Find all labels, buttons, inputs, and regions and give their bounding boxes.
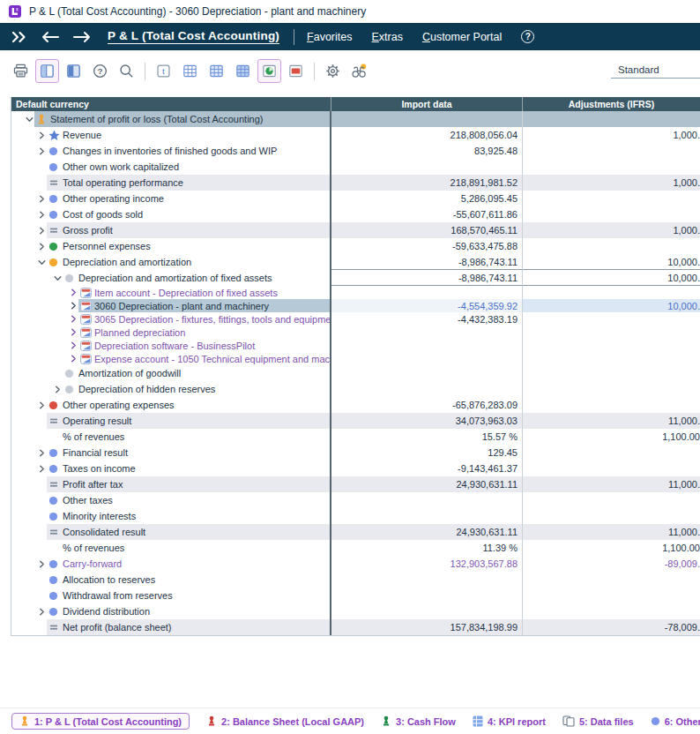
adjustments-ifrs-cell[interactable]: 11,000. [523,413,700,429]
adjustments-ifrs-cell[interactable]: 11,000. [523,524,700,540]
import-data-cell[interactable]: -9,143,461.37 [331,461,523,476]
import-data-cell[interactable]: -59,633,475.88 [331,238,523,254]
import-data-cell[interactable] [331,492,523,508]
import-data-cell[interactable]: -4,432,383.19 [331,312,523,326]
table-row[interactable]: Cost of goods sold-55,607,611.86 [11,206,700,222]
adjustments-ifrs-cell[interactable] [523,352,700,365]
toolbar-layout-tree-filled-button[interactable] [62,59,86,83]
table-row[interactable]: 3060 Depreciation - plant and machinery-… [11,299,700,312]
table-row[interactable]: % of revenues15.57 %1,100.00 [11,429,700,445]
footer-tab-1[interactable]: 1: P & L (Total Cost Accounting) [11,713,190,730]
import-data-cell[interactable]: 5,286,095.45 [331,191,523,206]
adjustments-ifrs-cell[interactable]: 10,000. [523,299,700,312]
import-data-cell[interactable] [331,339,523,352]
toolbar-layout-tree-button[interactable] [35,59,59,83]
adjustments-ifrs-cell[interactable] [523,603,700,619]
adjustments-ifrs-cell[interactable] [523,326,700,339]
import-data-cell[interactable] [331,352,523,365]
footer-tab-4[interactable]: 4: KPI report [473,715,546,727]
import-data-cell[interactable]: 132,903,567.88 [331,556,523,572]
import-data-cell[interactable]: -65,876,283.09 [331,397,523,413]
forward-icon[interactable] [72,31,92,43]
view-title[interactable]: P & L (Total Cost Accounting) [108,29,279,44]
adjustments-ifrs-cell[interactable] [523,159,700,175]
chevron-right-icon[interactable] [69,301,80,311]
table-row[interactable]: Profit after tax24,930,631.1111,000. [11,476,700,492]
view-selector[interactable]: Standard [611,64,700,79]
import-data-cell[interactable] [331,381,523,397]
import-data-cell[interactable]: 15.57 % [331,429,523,445]
chevron-right-icon[interactable] [69,288,80,297]
adjustments-ifrs-cell[interactable]: 10,000. [523,270,700,286]
table-row[interactable]: Total operating performance218,891,981.5… [11,175,700,191]
adjustments-ifrs-cell[interactable] [523,111,700,127]
table-row[interactable]: Statement of profit or loss (Total Cost … [11,111,700,127]
table-row[interactable]: Consolidated result24,930,631.1111,000. [11,524,700,540]
table-row[interactable]: Depreciation and amortization-8,986,743.… [11,254,700,270]
import-data-cell[interactable]: 24,930,631.11 [331,476,523,492]
chevron-right-icon[interactable] [37,401,48,410]
chevron-right-icon[interactable] [37,131,48,140]
chevron-right-icon[interactable] [37,607,48,617]
table-row[interactable]: Dividend distribution [11,603,700,619]
footer-tab-6[interactable]: 6: Other own work capitalized [651,716,700,727]
toolbar-table-light-button[interactable] [205,59,228,83]
import-data-cell[interactable] [331,603,523,619]
adjustments-ifrs-cell[interactable] [523,381,700,397]
import-data-cell[interactable]: -8,986,743.11 [331,254,523,270]
toolbar-help-button[interactable]: ? [88,59,112,83]
table-row[interactable]: Gross profit168,570,465.111,000. [11,222,700,238]
footer-tab-2[interactable]: 2: Balance Sheet (Local GAAP) [206,715,364,727]
import-data-cell[interactable]: 11.39 % [331,540,523,556]
adjustments-ifrs-cell[interactable] [523,143,700,159]
import-data-cell[interactable] [331,588,523,603]
chevron-right-icon[interactable] [37,464,48,474]
toolbar-text-field-button[interactable]: t [152,59,175,83]
adjustments-ifrs-cell[interactable]: 10,000. [523,254,700,270]
table-row[interactable]: Net profit (balance sheet)157,834,198.99… [11,619,700,635]
table-row[interactable]: Allocation to reserves [11,572,700,588]
adjustments-ifrs-cell[interactable] [523,572,700,588]
chevron-right-icon[interactable] [37,559,48,569]
adjustments-ifrs-cell[interactable]: 1,000. [523,222,700,238]
adjustments-ifrs-cell[interactable] [523,365,700,381]
chevron-right-icon[interactable] [69,341,80,350]
chevron-right-icon[interactable] [69,354,80,363]
import-data-cell[interactable] [331,365,523,381]
adjustments-ifrs-cell[interactable]: 11,000. [523,476,700,492]
adjustments-ifrs-cell[interactable] [523,238,700,254]
import-data-cell[interactable]: 168,570,465.11 [331,222,523,238]
import-data-cell[interactable]: 129.45 [331,445,523,461]
adjustments-ifrs-cell[interactable] [523,588,700,603]
import-data-cell[interactable]: -55,607,611.86 [331,206,523,222]
table-row[interactable]: Withdrawal from reserves [11,588,700,603]
table-row[interactable]: Depreciation and amortization of fixed a… [11,270,700,286]
chevron-right-icon[interactable] [37,210,48,220]
table-row[interactable]: Minority interests [11,508,700,524]
adjustments-ifrs-cell[interactable]: -89,009. [523,556,700,572]
adjustments-ifrs-cell[interactable] [523,286,700,299]
table-row[interactable]: Taxes on income-9,143,461.37 [11,461,700,476]
table-row[interactable]: Depreciation of hidden reserves [11,381,700,397]
adjustments-ifrs-cell[interactable]: 1,100.00 [523,429,700,445]
table-row[interactable]: Carry-forward132,903,567.88-89,009. [11,556,700,572]
chevron-right-icon[interactable] [37,448,48,458]
menu-customer-portal[interactable]: Customer Portal [422,31,502,43]
import-data-cell[interactable] [331,286,523,299]
table-row[interactable]: 3065 Depreciation - fixtures, fittings, … [11,312,700,326]
table-row[interactable]: Operating result34,073,963.0311,000. [11,413,700,429]
footer-tab-3[interactable]: 3: Cash Flow [381,715,456,727]
import-data-cell[interactable]: -4,554,359.92 [331,299,523,312]
adjustments-ifrs-cell[interactable]: 1,100.00 [523,540,700,556]
adjustments-ifrs-cell[interactable]: 1,000. [523,127,700,143]
table-row[interactable]: Other taxes [11,492,700,508]
adjustments-ifrs-cell[interactable] [523,206,700,222]
adjustments-ifrs-cell[interactable] [523,492,700,508]
toolbar-print-button[interactable] [9,59,33,83]
adjustments-ifrs-cell[interactable] [523,312,700,326]
import-data-cell[interactable] [331,508,523,524]
import-data-cell[interactable] [331,326,523,339]
footer-tab-5[interactable]: 5: Data files [562,715,634,727]
adjustments-ifrs-cell[interactable]: 1,000. [523,175,700,191]
toolbar-table-filled-button[interactable] [231,59,255,83]
